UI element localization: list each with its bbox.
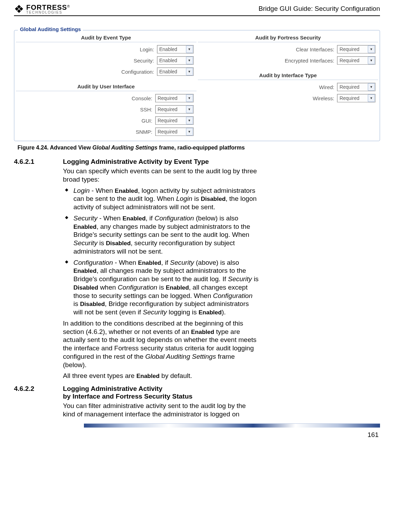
wired-row: Wired: Required ▼ bbox=[198, 81, 379, 93]
console-select[interactable]: Required ▼ bbox=[155, 94, 194, 102]
console-row: Console: Required ▼ bbox=[16, 93, 196, 104]
security-select[interactable]: Enabled ▼ bbox=[157, 56, 194, 65]
section-heading-event-type: Logging Administrative Activity by Event… bbox=[63, 158, 259, 166]
login-label: Login: bbox=[19, 46, 157, 52]
clear-interfaces-row: Clear Interfaces: Required ▼ bbox=[198, 44, 379, 55]
gui-label: GUI: bbox=[19, 118, 155, 124]
audit-fortress-security-header: Audit by Fortress Security bbox=[198, 33, 379, 42]
snmp-row: SNMP: Required ▼ bbox=[16, 126, 196, 137]
snmp-label: SNMP: bbox=[19, 129, 155, 135]
chevron-down-icon: ▼ bbox=[368, 57, 375, 64]
section-heading-interface-status: Logging Administrative Activityby Interf… bbox=[63, 385, 259, 400]
configuration-label: Configuration: bbox=[19, 69, 157, 75]
chevron-down-icon: ▼ bbox=[186, 128, 193, 136]
figure-caption: Figure 4.24. Advanced View Global Auditi… bbox=[17, 145, 380, 151]
clear-interfaces-select[interactable]: Required ▼ bbox=[337, 45, 375, 53]
chevron-down-icon: ▼ bbox=[186, 105, 193, 113]
intro-paragraph: You can specify which events can be sent… bbox=[63, 167, 259, 184]
default-paragraph: All three event types are Enabled by def… bbox=[63, 372, 259, 380]
intro2-paragraph: You can filter administrative activity s… bbox=[63, 402, 259, 418]
ssh-row: SSH: Required ▼ bbox=[16, 104, 196, 115]
ssh-select[interactable]: Required ▼ bbox=[155, 105, 194, 114]
encrypted-interfaces-row: Encrypted Interfaces: Required ▼ bbox=[198, 55, 379, 66]
registered-mark: ® bbox=[67, 5, 70, 8]
doc-header: ❖ FORTRESS® TECHNOLOGIES Bridge GUI Guid… bbox=[14, 3, 380, 16]
chevron-down-icon: ▼ bbox=[186, 117, 193, 124]
chevron-down-icon: ▼ bbox=[186, 45, 193, 53]
gui-select[interactable]: Required ▼ bbox=[155, 116, 194, 125]
section-number-46-2-2: 4.6.2.2 bbox=[14, 385, 63, 421]
console-select-value: Required bbox=[156, 95, 186, 101]
login-select[interactable]: Enabled ▼ bbox=[157, 45, 194, 53]
ssh-select-value: Required bbox=[156, 107, 186, 112]
chevron-down-icon: ▼ bbox=[186, 68, 193, 75]
login-select-value: Enabled bbox=[157, 46, 186, 52]
login-row: Login: Enabled ▼ bbox=[16, 44, 196, 55]
list-item-login: Login - When Enabled, logon activity by … bbox=[63, 187, 259, 211]
document-title: Bridge GUI Guide: Security Configuration bbox=[259, 5, 380, 13]
wireless-row: Wireless: Required ▼ bbox=[198, 93, 379, 104]
security-select-value: Enabled bbox=[157, 58, 186, 63]
wired-label: Wired: bbox=[201, 84, 337, 90]
event-type-list: Login - When Enabled, logon activity by … bbox=[63, 187, 259, 316]
page-number: 161 bbox=[14, 431, 380, 439]
gui-select-value: Required bbox=[156, 118, 186, 123]
footer-divider bbox=[14, 423, 380, 428]
wired-select-value: Required bbox=[337, 84, 368, 90]
list-item-configuration: Configuration - When Enabled, if Securit… bbox=[63, 258, 259, 316]
global-auditing-settings-frame: Global Auditing Settings Audit by Event … bbox=[14, 30, 380, 141]
chevron-down-icon: ▼ bbox=[186, 57, 193, 64]
encrypted-interfaces-select[interactable]: Required ▼ bbox=[337, 56, 375, 65]
snmp-select[interactable]: Required ▼ bbox=[155, 127, 194, 136]
list-item-security: Security - When Enabled, if Configuratio… bbox=[63, 214, 259, 256]
brand-name: FORTRESS bbox=[26, 3, 67, 11]
section-number-46-2-1: 4.6.2.1 bbox=[14, 158, 63, 383]
figure-caption-prefix: Figure 4.24. Advanced View bbox=[17, 145, 92, 151]
wireless-select[interactable]: Required ▼ bbox=[337, 94, 375, 102]
configuration-row: Configuration: Enabled ▼ bbox=[16, 66, 196, 77]
audit-user-interface-header: Audit by User Interface bbox=[16, 82, 196, 91]
fieldset-legend: Global Auditing Settings bbox=[18, 26, 83, 32]
audit-interface-type-header: Audit by Interface Type bbox=[198, 71, 379, 80]
configuration-select[interactable]: Enabled ▼ bbox=[157, 67, 194, 76]
wireless-label: Wireless: bbox=[201, 95, 337, 101]
chevron-down-icon: ▼ bbox=[368, 45, 375, 53]
brand-logo: ❖ FORTRESS® TECHNOLOGIES bbox=[14, 3, 70, 15]
encrypted-interfaces-select-value: Required bbox=[337, 58, 368, 63]
logo-icon: ❖ bbox=[14, 3, 24, 15]
gui-row: GUI: Required ▼ bbox=[16, 115, 196, 126]
chevron-down-icon: ▼ bbox=[186, 94, 193, 102]
wired-select[interactable]: Required ▼ bbox=[337, 83, 375, 91]
chevron-down-icon: ▼ bbox=[368, 94, 375, 102]
audit-event-type-header: Audit by Event Type bbox=[16, 33, 196, 42]
clear-interfaces-label: Clear Interfaces: bbox=[201, 46, 337, 52]
figure-caption-suffix: frame, radio-equipped platforms bbox=[157, 145, 245, 151]
figure-caption-em: Global Auditing Settings bbox=[92, 145, 157, 151]
snmp-select-value: Required bbox=[156, 129, 186, 134]
ssh-label: SSH: bbox=[19, 107, 155, 112]
left-column: Audit by Event Type Login: Enabled ▼ Sec… bbox=[16, 33, 196, 137]
chevron-down-icon: ▼ bbox=[368, 83, 375, 91]
configuration-select-value: Enabled bbox=[157, 69, 186, 74]
encrypted-interfaces-label: Encrypted Interfaces: bbox=[201, 58, 337, 64]
security-label: Security: bbox=[19, 58, 157, 64]
right-column: Audit by Fortress Security Clear Interfa… bbox=[198, 33, 379, 137]
security-row: Security: Enabled ▼ bbox=[16, 55, 196, 66]
conditions-paragraph: In addition to the conditions described … bbox=[63, 319, 259, 369]
wireless-select-value: Required bbox=[337, 95, 368, 101]
console-label: Console: bbox=[19, 95, 155, 101]
clear-interfaces-select-value: Required bbox=[337, 46, 368, 52]
